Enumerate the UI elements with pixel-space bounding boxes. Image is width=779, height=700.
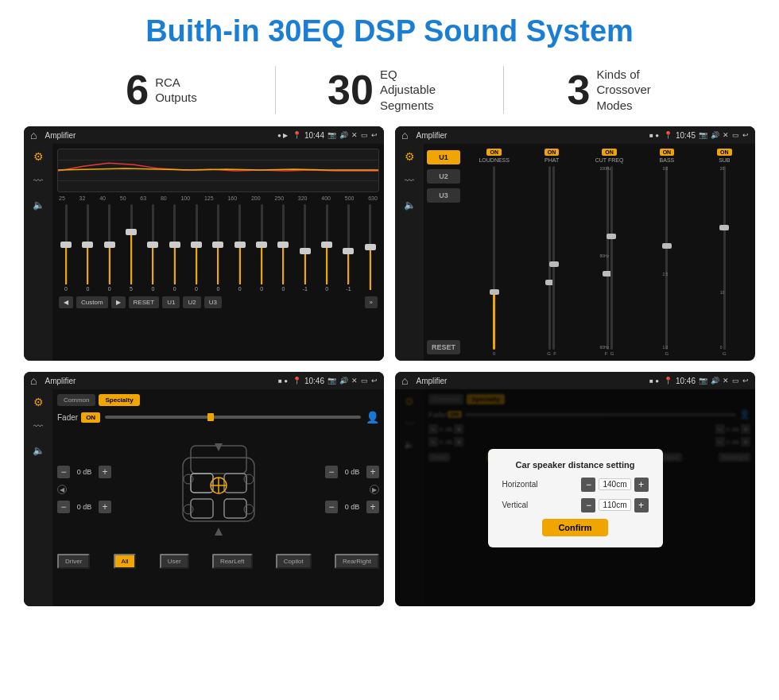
xo-sidebar: ⚙ 〰 🔈 [395,144,424,361]
eq-slider-3[interactable]: 0 [103,204,117,292]
eq-slider-4[interactable]: 5 [124,204,138,292]
eq-slider-13[interactable]: 0 [320,204,334,292]
window-icon: ▭ [361,131,368,139]
fader-tune-icon[interactable]: ⚙ [33,396,44,408]
xo-home-icon[interactable]: ⌂ [401,129,408,141]
xo-reset-btn[interactable]: RESET [427,340,460,354]
fader-rl-value: 0 dB [73,503,95,511]
eq-thumb-1[interactable] [60,242,72,248]
fader-rearleft-btn[interactable]: RearLeft [212,554,253,569]
fader-copilot-btn[interactable]: Copilot [276,554,312,569]
fader-rr-minus[interactable]: − [325,501,338,513]
xo-loudness-on[interactable]: ON [486,149,502,156]
xo-u2-btn[interactable]: U2 [427,169,460,184]
eq-slider-7[interactable]: 0 [189,204,203,292]
eq-slider-10[interactable]: 0 [254,204,269,292]
fader-user-btn[interactable]: User [160,554,189,569]
eq-thumb-13[interactable] [321,242,332,248]
dialog-horizontal-plus[interactable]: + [634,478,649,492]
eq-val-11: 0 [281,286,285,292]
xo-phat-on[interactable]: ON [545,149,560,156]
eq-tune-icon[interactable]: ⚙ [33,150,44,163]
eq-wave-icon[interactable]: 〰 [33,176,43,187]
fader-rl-plus[interactable]: + [99,501,111,513]
fader-tab-common[interactable]: Common [57,394,95,406]
eq-slider-9[interactable]: 0 [233,204,247,292]
eq-slider-6[interactable]: 0 [168,204,182,292]
xo-speaker-icon[interactable]: 🔈 [404,199,416,211]
eq-thumb-2[interactable] [82,242,93,248]
eq-speaker-icon[interactable]: 🔈 [33,199,45,211]
fader-fl-minus[interactable]: − [57,466,70,478]
dialog-volume-icon: 🔊 [711,377,719,385]
stat-eq-label: EQ AdjustableSegments [380,67,452,114]
eq-home-icon[interactable]: ⌂ [30,129,37,141]
fader-speaker-icon[interactable]: 🔈 [33,445,45,456]
eq-slider-14[interactable]: -1 [341,204,355,292]
eq-bottom-bar: ◀ Custom ▶ RESET U1 U2 U3 » [57,295,379,310]
eq-slider-11[interactable]: 0 [276,204,290,292]
eq-thumb-12[interactable] [300,248,311,254]
eq-reset-btn[interactable]: RESET [129,296,160,308]
eq-u1-btn[interactable]: U1 [162,296,180,308]
eq-thumb-4[interactable] [126,229,137,235]
eq-thumb-5[interactable] [147,242,158,248]
fader-driver-btn[interactable]: Driver [57,554,90,569]
eq-fill-13 [326,245,327,285]
eq-thumb-11[interactable] [277,242,289,248]
eq-thumb-9[interactable] [234,242,246,248]
xo-cutfreq-on[interactable]: ON [602,149,617,156]
fader-fr-minus[interactable]: − [325,466,338,478]
xo-bass-on[interactable]: ON [660,149,675,156]
fader-back-icon[interactable]: ↩ [371,377,378,385]
fader-rr-plus[interactable]: + [366,501,379,513]
eq-slider-8[interactable]: 0 [211,204,225,292]
fader-rl-minus[interactable]: − [57,501,70,513]
stat-rca-number: 6 [126,69,149,110]
eq-slider-1[interactable]: 0 [59,204,73,292]
eq-slider-12[interactable]: -1 [298,204,312,292]
fader-tab-specialty[interactable]: Specialty [99,394,139,406]
eq-slider-5[interactable]: 0 [145,204,160,292]
dialog-vertical-minus[interactable]: − [581,498,595,512]
eq-thumb-6[interactable] [169,242,180,248]
xo-u3-btn[interactable]: U3 [427,188,460,203]
dialog-back-icon[interactable]: ↩ [742,377,749,385]
eq-thumb-8[interactable] [212,242,223,248]
fader-rearright-btn[interactable]: RearRight [335,554,379,569]
xo-wave-icon[interactable]: 〰 [405,176,414,187]
eq-u3-btn[interactable]: U3 [204,296,222,308]
xo-u1-btn[interactable]: U1 [427,150,460,164]
dialog-vertical-stepper[interactable]: − 110cm + [581,498,648,512]
xo-tune-icon[interactable]: ⚙ [405,150,415,163]
eq-prev-btn[interactable]: ◀ [59,296,73,308]
dialog-vertical-plus[interactable]: + [634,498,649,512]
eq-play-btn[interactable]: ▶ [111,296,126,308]
xo-location-icon: 📍 [664,131,672,139]
eq-slider-15[interactable] [363,204,378,292]
dialog-confirm-btn[interactable]: Confirm [542,519,607,536]
eq-u2-btn[interactable]: U2 [183,296,200,308]
eq-custom-btn[interactable]: Custom [76,296,108,308]
eq-thumb-14[interactable] [343,248,354,254]
eq-thumb-7[interactable] [191,242,202,248]
fader-all-btn[interactable]: All [114,554,137,569]
eq-expand-btn[interactable]: » [365,296,378,308]
xo-back-icon[interactable]: ↩ [742,131,749,139]
dialog-horizontal-minus[interactable]: − [581,478,595,492]
fader-fr-plus[interactable]: + [366,466,379,478]
eq-thumb-3[interactable] [104,242,115,248]
fader-home-icon[interactable]: ⌂ [30,374,37,387]
xo-status-bar: ⌂ Amplifier ■ ● 📍 10:45 📷 🔊 ✕ ▭ ↩ [395,126,755,144]
eq-track-7 [196,204,198,284]
dialog-horizontal-stepper[interactable]: − 140cm + [581,478,648,492]
back-icon[interactable]: ↩ [371,131,378,139]
eq-slider-2[interactable]: 0 [80,204,95,292]
eq-thumb-15[interactable] [365,244,376,250]
xo-sub-on[interactable]: ON [717,149,732,156]
fader-fl-plus[interactable]: + [99,466,111,478]
fader-wave-icon[interactable]: 〰 [33,421,43,432]
eq-thumb-10[interactable] [256,242,267,248]
fader-on-btn[interactable]: ON [81,412,100,423]
dialog-home-icon[interactable]: ⌂ [401,374,408,387]
